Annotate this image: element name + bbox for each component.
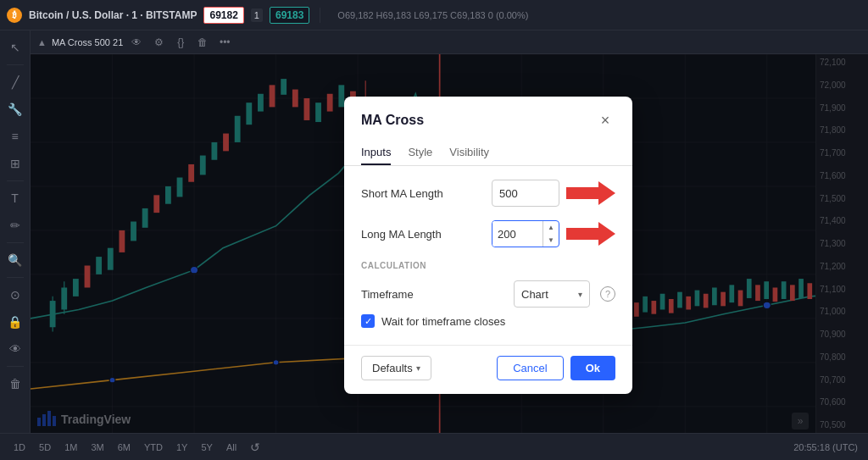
timeframe-buttons: 1D 5D 1M 3M 6M YTD 1Y 5Y All ↺ <box>10 439 264 456</box>
calculation-section: CALCULATION Timeframe Chart ▾ ? <box>361 261 615 328</box>
tf-5d[interactable]: 5D <box>36 441 54 454</box>
hide-tool[interactable]: 👁 <box>3 337 27 361</box>
eye-icon[interactable]: 👁 <box>128 34 145 51</box>
dialog-content: Short MA Length <box>344 166 632 345</box>
ma-cross-dialog: MA Cross × Inputs Style Visibility Short… <box>344 97 632 394</box>
chevron-down-icon: ▾ <box>578 290 582 299</box>
delete-icon[interactable]: 🗑 <box>194 34 211 51</box>
dialog-overlay: MA Cross × Inputs Style Visibility Short… <box>31 54 868 433</box>
cursor-tool[interactable]: ↖ <box>3 36 27 59</box>
tool-divider-5 <box>7 366 24 367</box>
indicator-name: MA Cross 500 21 <box>52 37 123 47</box>
trend-line-tool[interactable]: ╱ <box>3 70 27 94</box>
tf-3m[interactable]: 3M <box>87 441 107 454</box>
timeframe-row: Timeframe Chart ▾ ? <box>361 280 615 308</box>
long-ma-row: Long MA Length ▲ ▼ <box>361 220 615 247</box>
bottom-bar: 1D 5D 1M 3M 6M YTD 1Y 5Y All ↺ 20:55:18 … <box>0 433 868 460</box>
short-ma-row: Short MA Length <box>361 180 615 207</box>
price-badge-ask: 69183 <box>270 7 309 24</box>
tab-inputs[interactable]: Inputs <box>361 141 391 165</box>
chart-area: ▲ MA Cross 500 21 👁 ⚙ {} 🗑 ••• <box>31 30 868 433</box>
tf-ytd[interactable]: YTD <box>141 441 166 454</box>
timeframe-label: Timeframe <box>361 288 414 301</box>
ok-button[interactable]: Ok <box>570 356 615 380</box>
timeframe-select[interactable]: Chart ▾ <box>514 280 590 308</box>
ohlc-info: O69,182 H69,183 L69,175 C69,183 0 (0.00%… <box>337 10 528 20</box>
long-ma-spinner: ▲ ▼ <box>492 220 559 247</box>
spinner-up-btn[interactable]: ▲ <box>543 221 559 234</box>
fib-tool[interactable]: ≡ <box>3 125 27 148</box>
short-ma-arrow <box>566 181 615 205</box>
info-icon[interactable]: ? <box>600 286 615 302</box>
tf-1m[interactable]: 1M <box>61 441 81 454</box>
dialog-header: MA Cross × <box>344 97 632 141</box>
collapse-indicator-btn[interactable]: ▲ <box>37 37 47 47</box>
indicator-bar: ▲ MA Cross 500 21 👁 ⚙ {} 🗑 ••• <box>31 30 868 54</box>
separator <box>320 8 320 23</box>
close-button[interactable]: × <box>595 110 615 130</box>
status-time: 20:55:18 (UTC) <box>793 442 858 452</box>
tf-1d[interactable]: 1D <box>10 441 29 454</box>
main-layout: ↖ ╱ 🔧 ≡ ⊞ T ✏ 🔍 ⊙ 🔒 👁 🗑 ▲ MA Cross 500 2… <box>0 30 868 433</box>
long-ma-input-wrap: ▲ ▼ <box>492 220 615 247</box>
code-icon[interactable]: {} <box>172 34 189 51</box>
top-bar: ₿ Bitcoin / U.S. Dollar · 1 · BITSTAMP 6… <box>0 0 868 30</box>
tab-visibility[interactable]: Visibility <box>449 141 489 165</box>
tf-all[interactable]: All <box>223 441 240 454</box>
zoom-tool[interactable]: 🔍 <box>3 248 27 272</box>
tf-1y[interactable]: 1Y <box>173 441 191 454</box>
calculation-label: CALCULATION <box>361 261 615 270</box>
defaults-chevron-icon: ▾ <box>416 363 420 373</box>
ruler-tool[interactable]: 🔧 <box>3 97 27 121</box>
brush-tool[interactable]: ✏ <box>3 213 27 237</box>
dialog-tabs: Inputs Style Visibility <box>344 141 632 166</box>
tf-6m[interactable]: 6M <box>114 441 134 454</box>
long-ma-arrow <box>566 222 615 246</box>
cancel-button[interactable]: Cancel <box>497 356 563 380</box>
short-ma-label: Short MA Length <box>361 187 443 200</box>
short-ma-input-wrap <box>492 180 615 207</box>
spinner-buttons: ▲ ▼ <box>542 221 559 247</box>
symbol-info: Bitcoin / U.S. Dollar · 1 · BITSTAMP <box>29 9 197 21</box>
magnet-tool[interactable]: ⊙ <box>3 283 27 307</box>
defaults-button[interactable]: Defaults ▾ <box>361 356 431 380</box>
tool-divider-2 <box>7 180 24 181</box>
chart-canvas: 71,257 72,100 72,000 71,900 71,800 71,70… <box>31 54 868 433</box>
bitcoin-icon: ₿ <box>7 8 22 23</box>
dialog-title: MA Cross <box>361 113 424 128</box>
tool-divider-3 <box>7 242 24 243</box>
settings-icon[interactable]: ⚙ <box>150 34 167 51</box>
long-ma-label: Long MA Length <box>361 228 442 241</box>
wait-checkbox-row: ✓ Wait for timeframe closes <box>361 314 615 328</box>
dialog-footer: Defaults ▾ Cancel Ok <box>344 345 632 394</box>
pattern-tool[interactable]: ⊞ <box>3 152 27 175</box>
tool-divider-1 <box>7 64 24 65</box>
wait-checkbox[interactable]: ✓ <box>361 314 375 328</box>
trash-tool[interactable]: 🗑 <box>3 372 27 396</box>
tf-5y[interactable]: 5Y <box>198 441 215 454</box>
more-icon[interactable]: ••• <box>216 34 233 51</box>
left-toolbar: ↖ ╱ 🔧 ≡ ⊞ T ✏ 🔍 ⊙ 🔒 👁 🗑 <box>0 30 31 433</box>
chart-reset-btn[interactable]: ↺ <box>247 439 264 456</box>
short-ma-input[interactable] <box>492 180 559 207</box>
footer-actions: Cancel Ok <box>497 356 615 380</box>
price-badge-bid: 69182 <box>203 7 243 24</box>
spread-badge: 1 <box>251 8 263 22</box>
text-tool[interactable]: T <box>3 186 27 210</box>
long-ma-input[interactable] <box>492 221 542 247</box>
wait-label: Wait for timeframe closes <box>381 315 505 328</box>
lock-tool[interactable]: 🔒 <box>3 310 27 334</box>
tab-style[interactable]: Style <box>408 141 432 165</box>
checkmark-icon: ✓ <box>364 316 372 327</box>
spinner-down-btn[interactable]: ▼ <box>543 234 559 247</box>
tool-divider-4 <box>7 277 24 278</box>
